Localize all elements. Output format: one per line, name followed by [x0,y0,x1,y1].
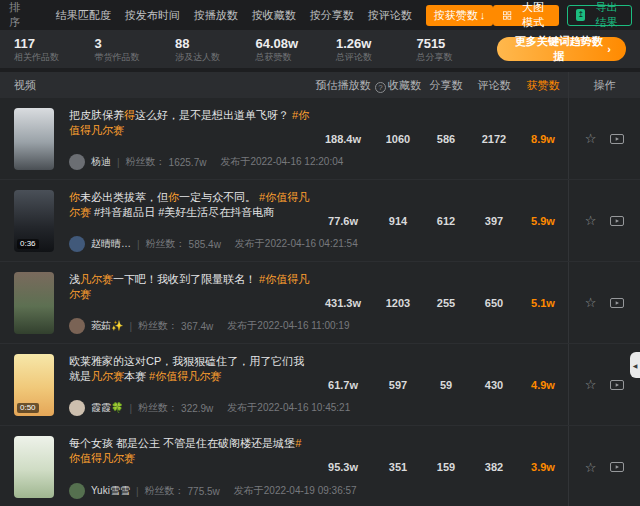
title-segment: 浅 [69,273,80,285]
stat-value: 1.26w [336,36,416,51]
video-title[interactable]: 你未必出类拔萃，但你一定与众不同。 #你值得凡尔赛 #抖音超品日 #美好生活尽在… [69,190,311,220]
metric-shares: 586 [422,98,470,179]
avatar[interactable] [69,318,85,334]
title-segment: #你值得凡尔赛 [149,370,221,382]
author-name[interactable]: Yuki雪雪 [91,484,130,498]
meta-separator: | [137,239,140,250]
metric-likes: 3.9w [518,426,568,506]
video-preview-icon[interactable] [610,379,624,391]
sort-option-match[interactable]: 结果匹配度 [56,8,111,23]
title-segment: 你 [168,191,179,203]
title-segment: 这么好，是不是想出道单飞呀？ [135,109,292,121]
sort-option-collects[interactable]: 按收藏数 [252,8,296,23]
export-glyph: ↥ [577,11,584,19]
author-name[interactable]: 赵晴晴… [91,237,131,251]
duration-badge: 0:50 [17,403,39,413]
stats-panel: 117 相关作品数 3 带货作品数 88 涉及达人数 64.08w 总获赞数 1… [0,30,640,68]
stat-label: 涉及达人数 [175,52,255,63]
row-actions: ☆ [568,426,640,506]
video-thumbnail[interactable] [14,436,54,498]
sort-option-shares[interactable]: 按分享数 [310,8,354,23]
video-list: 把皮肤保养得这么好，是不是想出道单飞呀？ #你值得凡尔赛 杨迪 | 粉丝数： 1… [0,98,640,506]
favorite-star-icon[interactable]: ☆ [585,296,597,309]
sort-option-comments[interactable]: 按评论数 [368,8,412,23]
stat-creators: 88 涉及达人数 [175,36,255,63]
metric-likes: 5.9w [518,180,568,261]
title-segment: 一下吧！我收到了限量联名！ [113,273,259,285]
header-likes: 获赞数 [518,78,568,93]
header-actions-label: 操作 [594,78,616,93]
table-row: 浅凡尔赛一下吧！我收到了限量联名！ #你值得凡尔赛 菀茹✨ | 粉丝数： 367… [0,262,640,344]
author-name[interactable]: 菀茹✨ [91,319,123,333]
favorite-star-icon[interactable]: ☆ [585,378,597,391]
video-thumbnail[interactable]: 0:50 [14,354,54,416]
title-segment: 你 [69,191,80,203]
metric-plays: 61.7w [312,344,374,425]
fans-label: 粉丝数： [138,319,178,333]
metric-plays: 77.6w [312,180,374,261]
favorite-star-icon[interactable]: ☆ [585,132,597,145]
stat-value: 7515 [416,36,496,51]
video-title[interactable]: 把皮肤保养得这么好，是不是想出道单飞呀？ #你值得凡尔赛 [69,108,311,138]
sort-option-likes-active[interactable]: 按获赞数 ↓ [426,5,494,26]
sort-active-label: 按获赞数 [434,8,478,23]
video-cell: 把皮肤保养得这么好，是不是想出道单飞呀？ #你值得凡尔赛 杨迪 | 粉丝数： 1… [0,98,312,179]
video-preview-icon[interactable] [610,297,624,309]
stat-total-likes: 64.08w 总获赞数 [255,36,335,63]
stat-label: 总分享数 [416,52,496,63]
metric-comments: 382 [470,426,518,506]
more-keyword-trend-button[interactable]: 更多关键词趋势数据 › [497,37,626,61]
video-cell: 0:50 欧莱雅家的这对CP，我狠狠磕住了，用了它们我就是凡尔赛本赛 #你值得凡… [0,344,312,425]
metric-shares: 255 [422,262,470,343]
row-actions: ☆ [568,98,640,179]
stat-total-comments: 1.26w 总评论数 [336,36,416,63]
favorite-star-icon[interactable]: ☆ [585,461,597,474]
meta-separator: | [129,321,132,332]
export-icon: ↥ [576,9,585,21]
title-segment: 本赛 [124,370,149,382]
author-name[interactable]: 杨迪 [91,155,111,169]
video-preview-icon[interactable] [610,461,624,473]
avatar[interactable] [69,236,85,252]
stat-value: 64.08w [255,36,335,51]
stat-label: 带货作品数 [94,52,174,63]
avatar[interactable] [69,483,85,499]
video-info: 每个女孩 都是公主 不管是住在破阁楼还是城堡#你值得凡尔赛 Yuki雪雪 | 粉… [69,436,311,506]
title-segment: 得 [124,109,135,121]
stat-label: 总获赞数 [255,52,335,63]
stat-value: 117 [14,36,94,51]
video-title[interactable]: 欧莱雅家的这对CP，我狠狠磕住了，用了它们我就是凡尔赛本赛 #你值得凡尔赛 [69,354,311,384]
avatar[interactable] [69,154,85,170]
video-thumbnail[interactable]: 0:36 [14,190,54,252]
export-results-button[interactable]: ↥ 导出结果 [567,5,632,26]
video-thumbnail[interactable] [14,272,54,334]
metric-shares: 159 [422,426,470,506]
metric-collects: 914 [374,180,422,261]
video-preview-icon[interactable] [610,133,624,145]
favorite-star-icon[interactable]: ☆ [585,214,597,227]
video-thumbnail[interactable] [14,108,54,170]
metric-plays: 188.4w [312,98,374,179]
chevron-right-icon: › [607,43,611,55]
title-segment: #抖音超品日 #美好生活尽在抖音电商 [91,206,274,218]
fans-count: 585.4w [189,239,221,250]
video-title[interactable]: 每个女孩 都是公主 不管是住在破阁楼还是城堡#你值得凡尔赛 [69,436,311,466]
video-info: 把皮肤保养得这么好，是不是想出道单飞呀？ #你值得凡尔赛 杨迪 | 粉丝数： 1… [69,108,311,179]
grid-icon [503,10,511,21]
fans-count: 1625.7w [169,157,207,168]
stat-value: 3 [94,36,174,51]
sort-option-publish[interactable]: 按发布时间 [125,8,180,23]
big-picture-mode-button[interactable]: 大图模式 [493,5,559,26]
sort-option-plays[interactable]: 按播放数 [194,8,238,23]
avatar[interactable] [69,400,85,416]
title-segment: 未必出类拔萃，但 [80,191,168,203]
video-info: 浅凡尔赛一下吧！我收到了限量联名！ #你值得凡尔赛 菀茹✨ | 粉丝数： 367… [69,272,311,343]
help-icon[interactable]: ? [375,82,386,93]
drawer-collapse-handle[interactable]: ◀ [630,352,640,378]
metric-collects: 1203 [374,262,422,343]
video-preview-icon[interactable] [610,215,624,227]
video-title[interactable]: 浅凡尔赛一下吧！我收到了限量联名！ #你值得凡尔赛 [69,272,311,302]
table-row: 0:36 你未必出类拔萃，但你一定与众不同。 #你值得凡尔赛 #抖音超品日 #美… [0,180,640,262]
row-actions: ☆ [568,180,640,261]
author-name[interactable]: 霞霞🍀 [91,401,123,415]
